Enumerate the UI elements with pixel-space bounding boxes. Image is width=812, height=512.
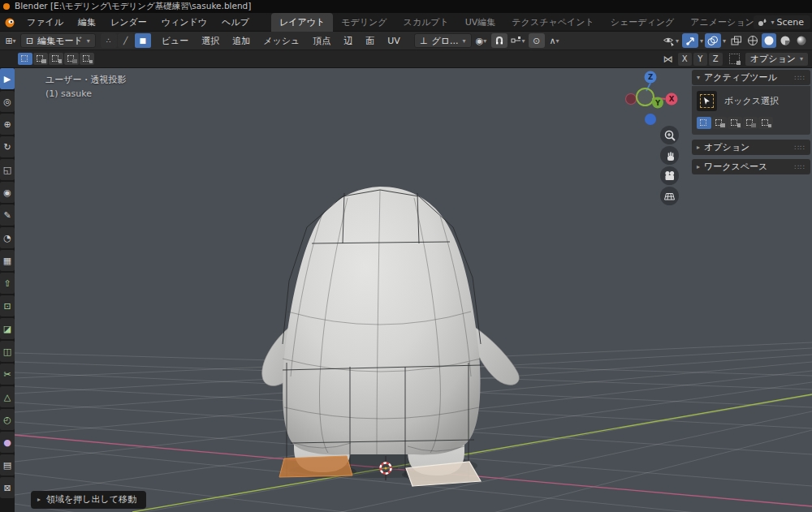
tab-layout[interactable]: レイアウト — [271, 13, 333, 32]
section-active-tool[interactable]: ▾ アクティブツール ∷∷ — [692, 70, 810, 85]
selected-face[interactable] — [279, 456, 352, 477]
mesh-select-mode-group: ∴ ╱ ■ — [101, 33, 151, 48]
blender-logo-icon[interactable] — [3, 15, 16, 28]
mirror-x-button[interactable]: X — [678, 53, 692, 66]
panel-select-mode-invert[interactable] — [743, 117, 758, 129]
chevron-down-icon[interactable]: ▾ — [723, 37, 726, 45]
tool-extrude-region[interactable]: ⇧ — [0, 273, 15, 294]
mode-dropdown[interactable]: ⊡ 編集モード ▾ — [20, 33, 96, 48]
show-gizmo-button[interactable] — [682, 33, 698, 48]
pivot-point-dropdown[interactable]: ◉ ▾ — [473, 33, 490, 48]
options-dropdown[interactable]: オプション ▾ — [745, 52, 809, 67]
select-mode-extend[interactable] — [33, 53, 48, 65]
menu-help[interactable]: ヘルプ — [214, 14, 257, 31]
tool-cursor[interactable]: ◎ — [0, 91, 15, 112]
editor-type-button[interactable]: ⊞ ▾ — [2, 33, 19, 48]
box-select-tool-button[interactable] — [697, 91, 717, 111]
active-tool-name: ボックス選択 — [724, 95, 779, 107]
menu-vertex[interactable]: 頂点 — [307, 32, 336, 49]
face-select-button[interactable]: ■ — [135, 33, 151, 48]
menu-mesh[interactable]: メッシュ — [257, 32, 305, 49]
tool-add-cube[interactable]: ▦ — [0, 250, 15, 271]
select-mode-invert[interactable] — [64, 53, 79, 65]
menu-window[interactable]: ウィンドウ — [154, 14, 214, 31]
snap-base-icon[interactable] — [729, 54, 740, 64]
tool-measure[interactable]: ◔ — [0, 227, 15, 248]
menu-select[interactable]: 選択 — [196, 32, 225, 49]
tool-edge-slide[interactable]: ▤ — [0, 454, 15, 475]
tab-animation[interactable]: アニメーション — [682, 13, 754, 32]
panel-select-mode-extend[interactable] — [712, 117, 727, 129]
show-overlays-button[interactable] — [705, 33, 721, 48]
active-tool-panel: ボックス選択 — [692, 86, 810, 135]
menu-edge[interactable]: 辺 — [338, 32, 358, 49]
chevron-down-icon[interactable]: ▾ — [700, 37, 703, 45]
tool-rip-region[interactable]: ⊠ — [0, 477, 15, 498]
axis-minus-x[interactable] — [626, 94, 637, 105]
editor-type-icon: ⊞ — [5, 36, 12, 46]
select-mode-intersect[interactable] — [80, 53, 94, 65]
mirror-z-button[interactable]: Z — [709, 53, 723, 66]
menu-render[interactable]: レンダー — [103, 14, 154, 31]
select-mode-subtract[interactable] — [49, 53, 63, 65]
edge-select-button[interactable]: ╱ — [118, 33, 134, 48]
menu-add[interactable]: 追加 — [227, 32, 256, 49]
magnifier-plus-icon — [663, 129, 676, 142]
xray-toggle-button[interactable] — [728, 33, 744, 48]
tool-loop-cut[interactable]: ◫ — [0, 341, 15, 362]
pan-button[interactable] — [660, 146, 679, 165]
tool-scale[interactable]: ◱ — [0, 159, 15, 180]
tool-move[interactable]: ⊕ — [0, 114, 15, 135]
tool-knife[interactable]: ✂ — [0, 364, 15, 385]
tool-box-select[interactable]: ▶ — [0, 68, 15, 89]
shading-solid-button[interactable] — [762, 33, 776, 48]
mirror-y-button[interactable]: Y — [693, 53, 707, 66]
sasuke-model[interactable] — [262, 187, 520, 479]
tool-transform[interactable]: ◉ — [0, 182, 15, 203]
navigation-gizmo[interactable]: Z X Y — [621, 69, 680, 127]
tool-smooth[interactable]: ● — [0, 432, 15, 453]
tool-rotate[interactable]: ↻ — [0, 136, 15, 157]
proportional-falloff-dropdown[interactable]: ∧ ▾ — [546, 33, 563, 48]
panel-select-mode-intersect[interactable] — [758, 117, 773, 129]
menu-edit[interactable]: 編集 — [71, 14, 103, 31]
menu-view[interactable]: ビュー — [156, 32, 195, 49]
shading-wireframe-button[interactable] — [745, 33, 760, 48]
shading-rendered-button[interactable] — [794, 33, 809, 48]
object-visibility-dropdown[interactable]: ▾ — [661, 33, 680, 48]
tool-inset-faces[interactable]: ⊡ — [0, 295, 15, 316]
camera-view-button[interactable] — [660, 166, 679, 185]
tab-modeling[interactable]: モデリング — [333, 13, 395, 32]
transform-orientation-dropdown[interactable]: ⊥ グロ... ▾ — [414, 33, 472, 48]
select-mode-new[interactable] — [18, 53, 32, 65]
menu-uv[interactable]: UV — [382, 33, 406, 49]
tab-texture-paint[interactable]: テクスチャペイント — [503, 13, 602, 32]
scene-selector[interactable]: ▾ Scene — [754, 15, 810, 29]
tab-uv-edit[interactable]: UV編集 — [457, 13, 504, 32]
section-workspace[interactable]: ▸ ワークスペース ∷∷ — [692, 159, 810, 174]
section-options[interactable]: ▸ オプション ∷∷ — [692, 140, 810, 155]
mirror-icon[interactable]: ⋈ — [663, 54, 673, 65]
orientation-icon: ⊥ — [420, 36, 428, 46]
snap-toggle-button[interactable] — [491, 33, 508, 48]
zoom-button[interactable] — [660, 126, 679, 144]
tab-sculpt[interactable]: スカルプト — [395, 13, 456, 32]
chevron-down-icon: ▾ — [556, 37, 559, 45]
snap-target-dropdown[interactable]: ▾ — [509, 33, 527, 48]
vertex-select-button[interactable]: ∴ — [101, 33, 117, 48]
axis-minus-z[interactable] — [645, 114, 656, 125]
ortho-toggle-button[interactable] — [660, 187, 679, 205]
tool-spin[interactable]: ◴ — [0, 409, 15, 430]
viewport-3d[interactable]: ユーザー・透視投影 (1) sasuke Z X Y — [15, 68, 812, 512]
axis-minus-y[interactable] — [637, 88, 654, 105]
panel-select-mode-subtract[interactable] — [728, 117, 742, 129]
tool-bevel[interactable]: ◪ — [0, 318, 15, 339]
tool-annotate[interactable]: ✎ — [0, 204, 15, 226]
panel-select-mode-new[interactable] — [697, 117, 711, 129]
tool-poly-build[interactable]: △ — [0, 386, 15, 407]
menu-face[interactable]: 面 — [360, 32, 380, 49]
shading-material-button[interactable] — [778, 33, 793, 48]
proportional-editing-button[interactable]: ⊙ — [529, 33, 545, 48]
menu-file[interactable]: ファイル — [19, 14, 71, 31]
tab-shading[interactable]: シェーディング — [603, 13, 683, 32]
